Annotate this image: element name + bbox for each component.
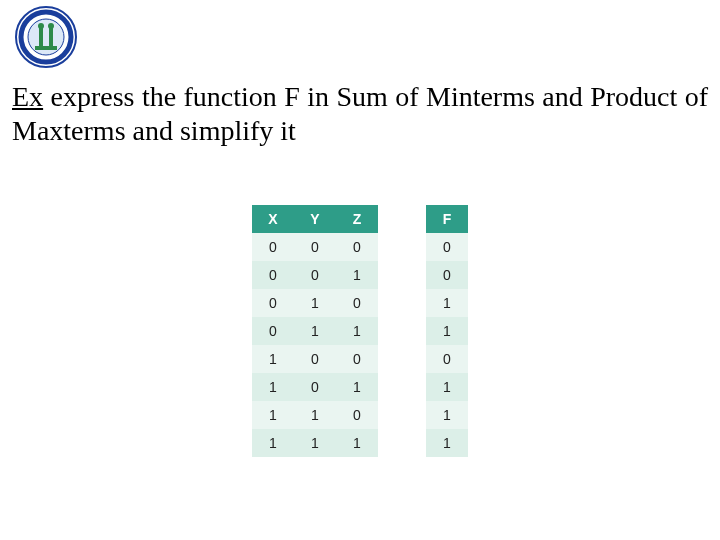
table-row: 0 1 0 1 xyxy=(252,289,468,317)
problem-statement: Ex express the function F in Sum of Mint… xyxy=(12,80,708,148)
cell-z: 1 xyxy=(336,317,378,345)
cell-y: 0 xyxy=(294,373,336,401)
cell-y: 0 xyxy=(294,345,336,373)
cell-z: 0 xyxy=(336,233,378,261)
cell-x: 0 xyxy=(252,317,294,345)
cell-y: 1 xyxy=(294,401,336,429)
svg-point-6 xyxy=(48,23,54,29)
cell-y: 0 xyxy=(294,261,336,289)
cell-spacer xyxy=(378,261,426,289)
cell-y: 1 xyxy=(294,289,336,317)
col-header-f: F xyxy=(426,205,468,233)
label-ex: Ex xyxy=(12,81,43,112)
cell-f: 0 xyxy=(426,233,468,261)
cell-x: 1 xyxy=(252,345,294,373)
table-row: 1 1 1 1 xyxy=(252,429,468,457)
problem-text: express the function F in Sum of Minterm… xyxy=(12,81,708,146)
cell-spacer xyxy=(378,401,426,429)
cell-f: 1 xyxy=(426,401,468,429)
cell-x: 0 xyxy=(252,233,294,261)
cell-x: 0 xyxy=(252,261,294,289)
table-row: 1 0 0 0 xyxy=(252,345,468,373)
cell-spacer xyxy=(378,373,426,401)
cell-y: 0 xyxy=(294,233,336,261)
cell-x: 1 xyxy=(252,429,294,457)
cell-spacer xyxy=(378,233,426,261)
cell-spacer xyxy=(378,289,426,317)
cell-z: 0 xyxy=(336,345,378,373)
col-header-x: X xyxy=(252,205,294,233)
cell-y: 1 xyxy=(294,429,336,457)
col-spacer xyxy=(378,205,426,233)
cell-f: 1 xyxy=(426,373,468,401)
cell-f: 0 xyxy=(426,261,468,289)
cell-f: 0 xyxy=(426,345,468,373)
cell-z: 0 xyxy=(336,401,378,429)
table-row: 0 1 1 1 xyxy=(252,317,468,345)
truth-table-container: X Y Z F 0 0 0 0 0 0 1 xyxy=(0,205,720,457)
cell-spacer xyxy=(378,345,426,373)
cell-f: 1 xyxy=(426,429,468,457)
col-header-y: Y xyxy=(294,205,336,233)
cell-z: 1 xyxy=(336,261,378,289)
university-logo xyxy=(15,6,77,68)
table-row: 0 0 1 0 xyxy=(252,261,468,289)
table-row: 1 1 0 1 xyxy=(252,401,468,429)
cell-x: 1 xyxy=(252,401,294,429)
table-row: 1 0 1 1 xyxy=(252,373,468,401)
cell-z: 1 xyxy=(336,429,378,457)
cell-f: 1 xyxy=(426,317,468,345)
truth-table: X Y Z F 0 0 0 0 0 0 1 xyxy=(252,205,468,457)
slide: Ex express the function F in Sum of Mint… xyxy=(0,0,720,540)
col-header-z: Z xyxy=(336,205,378,233)
cell-z: 0 xyxy=(336,289,378,317)
cell-z: 1 xyxy=(336,373,378,401)
cell-y: 1 xyxy=(294,317,336,345)
svg-rect-7 xyxy=(35,46,57,50)
table-header-row: X Y Z F xyxy=(252,205,468,233)
cell-spacer xyxy=(378,317,426,345)
table-row: 0 0 0 0 xyxy=(252,233,468,261)
cell-x: 1 xyxy=(252,373,294,401)
cell-spacer xyxy=(378,429,426,457)
svg-point-5 xyxy=(38,23,44,29)
cell-x: 0 xyxy=(252,289,294,317)
cell-f: 1 xyxy=(426,289,468,317)
